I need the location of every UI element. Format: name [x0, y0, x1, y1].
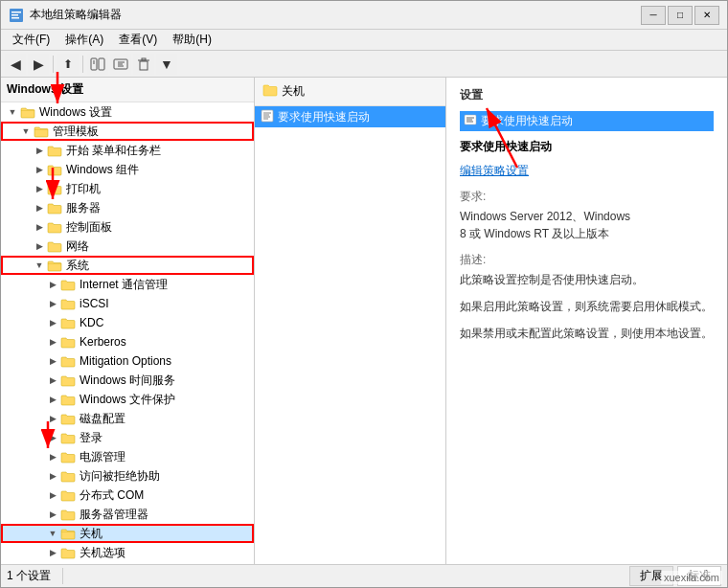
- tree-label-internet_comm: Internet 通信管理: [80, 277, 168, 293]
- tree-label-disk_config: 磁盘配置: [80, 411, 125, 427]
- tree-node-network[interactable]: ▶网络: [1, 237, 254, 256]
- minimize-button[interactable]: ─: [641, 6, 666, 25]
- middle-panel: 关机 要求使用快速启动: [255, 78, 446, 564]
- folder-icon-shutdown_opts: [60, 546, 76, 559]
- folder-icon-win_file: [60, 393, 76, 406]
- tree-node-kerberos[interactable]: ▶Kerberos: [1, 332, 254, 351]
- expand-icon-shutdown[interactable]: ▼: [45, 526, 60, 541]
- properties-button[interactable]: [110, 54, 131, 75]
- tree-node-kdc[interactable]: ▶KDC: [1, 313, 254, 332]
- tree-node-mitigation[interactable]: ▶Mitigation Options: [1, 351, 254, 371]
- show-hide-button[interactable]: [87, 54, 108, 75]
- tree-node-power_mgmt[interactable]: ▶电源管理: [1, 447, 254, 466]
- tree-label-shutdown_opts: 关机选项: [80, 545, 125, 561]
- settings-section-label: 设置: [460, 87, 714, 103]
- expand-icon-servers[interactable]: ▶: [32, 200, 47, 215]
- toolbar: ◀ ▶ ⬆ ▼: [1, 51, 727, 78]
- toolbar-sep-1: [53, 56, 54, 73]
- expand-icon-shutdown_opts[interactable]: ▶: [45, 545, 60, 560]
- enabled-note-section: 如果启用此策略设置，则系统需要启用休眠模式。: [460, 298, 714, 315]
- middle-item-label: 要求使用快速启动: [278, 109, 370, 125]
- expand-icon-start_menu[interactable]: ▶: [32, 143, 47, 158]
- tree-node-shutdown[interactable]: ▼关机: [1, 524, 254, 543]
- bottom-bar: 1 个设置 扩展 标准: [1, 564, 727, 587]
- tree-node-printers[interactable]: ▶打印机: [1, 179, 254, 198]
- svg-rect-2: [11, 14, 18, 16]
- left-panel: Windows 设置 ▼Windows 设置▼管理模板▶开始 菜单和任务栏▶Wi…: [1, 78, 255, 564]
- expand-icon-win_file[interactable]: ▶: [45, 392, 60, 407]
- tree-label-kerberos: Kerberos: [80, 335, 126, 349]
- toolbar-sep-2: [82, 56, 83, 73]
- menu-action[interactable]: 操作(A): [57, 30, 111, 50]
- enabled-note: 如果启用此策略设置，则系统需要启用休眠模式。: [460, 298, 714, 315]
- folder-icon-win_time: [60, 373, 76, 387]
- tree-node-service_mgr[interactable]: ▶服务器管理器: [1, 505, 254, 524]
- svg-rect-14: [142, 58, 146, 60]
- svg-rect-3: [11, 17, 19, 19]
- tree-label-win_time: Windows 时间服务: [80, 373, 175, 389]
- tree-node-admin_templates[interactable]: ▼管理模板: [1, 122, 254, 141]
- tree-node-start_menu[interactable]: ▶开始 菜单和任务栏: [1, 141, 254, 160]
- forward-button[interactable]: ▶: [28, 54, 49, 75]
- description-content: 此策略设置控制是否使用快速启动。: [460, 271, 714, 288]
- tree-label-win_file: Windows 文件保护: [80, 392, 175, 408]
- expand-icon-kerberos[interactable]: ▶: [45, 334, 60, 350]
- edit-policy-link[interactable]: 编辑策略设置: [460, 163, 714, 179]
- svg-rect-1: [11, 11, 21, 13]
- expand-icon-admin_templates[interactable]: ▼: [18, 124, 34, 139]
- menu-view[interactable]: 查看(V): [111, 30, 165, 50]
- tree-label-logon: 登录: [80, 430, 102, 446]
- tree-label-service_mgr: 服务器管理器: [80, 507, 148, 523]
- menu-help[interactable]: 帮助(H): [165, 30, 219, 50]
- tree-node-internet_comm[interactable]: ▶Internet 通信管理: [1, 275, 254, 294]
- tree-node-logon[interactable]: ▶登录: [1, 428, 254, 447]
- maximize-button[interactable]: □: [668, 6, 693, 25]
- menu-file[interactable]: 文件(F): [5, 30, 57, 50]
- tree-label-power_mgmt: 电源管理: [80, 449, 125, 465]
- expand-icon-power_mgmt[interactable]: ▶: [45, 449, 60, 464]
- folder-icon-internet_comm: [60, 278, 76, 291]
- tree-node-win_time[interactable]: ▶Windows 时间服务: [1, 371, 254, 390]
- tree-node-iscsi[interactable]: ▶iSCSI: [1, 294, 254, 313]
- tree-node-win_settings[interactable]: ▼Windows 设置: [1, 102, 254, 122]
- middle-item-require_fast_boot[interactable]: 要求使用快速启动: [255, 106, 445, 127]
- tree-node-control_panel[interactable]: ▶控制面板: [1, 217, 254, 237]
- expand-icon-mitigation[interactable]: ▶: [45, 353, 60, 369]
- expand-icon-printers[interactable]: ▶: [32, 181, 47, 196]
- folder-icon-printers: [47, 182, 62, 195]
- expand-icon-disk_config[interactable]: ▶: [45, 411, 60, 426]
- tree-node-dcom[interactable]: ▶分布式 COM: [1, 486, 254, 505]
- expand-icon-win_components[interactable]: ▶: [32, 162, 47, 177]
- tree-node-win_components[interactable]: ▶Windows 组件: [1, 160, 254, 179]
- close-button[interactable]: ✕: [694, 6, 719, 25]
- expand-icon-network[interactable]: ▶: [32, 238, 47, 254]
- tree-node-shutdown_opts[interactable]: ▶关机选项: [1, 543, 254, 562]
- up-button[interactable]: ⬆: [57, 54, 79, 75]
- tree-node-access_deny[interactable]: ▶访问被拒绝协助: [1, 466, 254, 486]
- tree-node-win_file[interactable]: ▶Windows 文件保护: [1, 390, 254, 409]
- watermark: xuexila.com: [661, 571, 722, 584]
- expand-icon-win_settings[interactable]: ▼: [5, 104, 20, 120]
- expand-icon-kdc[interactable]: ▶: [45, 315, 60, 330]
- middle-header-label: 关机: [282, 83, 305, 100]
- expand-icon-system[interactable]: ▼: [32, 258, 47, 273]
- expand-icon-access_deny[interactable]: ▶: [45, 468, 60, 484]
- app-icon: [9, 8, 24, 23]
- expand-icon-control_panel[interactable]: ▶: [32, 219, 47, 235]
- tree-node-disk_config[interactable]: ▶磁盘配置: [1, 409, 254, 428]
- tree-label-shutdown: 关机: [80, 526, 102, 542]
- expand-icon-iscsi[interactable]: ▶: [45, 296, 60, 311]
- expand-icon-dcom[interactable]: ▶: [45, 487, 60, 503]
- back-button[interactable]: ◀: [5, 54, 26, 75]
- expand-icon-logon[interactable]: ▶: [45, 430, 60, 445]
- expand-icon-win_time[interactable]: ▶: [45, 373, 60, 388]
- tree-node-servers[interactable]: ▶服务器: [1, 198, 254, 217]
- delete-button[interactable]: [133, 54, 154, 75]
- tree-node-system[interactable]: ▼系统: [1, 256, 254, 275]
- expand-icon-internet_comm[interactable]: ▶: [45, 277, 60, 292]
- middle-header: 关机: [255, 78, 445, 106]
- filter-button[interactable]: ▼: [156, 54, 177, 75]
- folder-icon-admin_templates: [34, 124, 49, 138]
- selected-policy-item[interactable]: 要求使用快速启动: [460, 111, 714, 131]
- expand-icon-service_mgr[interactable]: ▶: [45, 507, 60, 522]
